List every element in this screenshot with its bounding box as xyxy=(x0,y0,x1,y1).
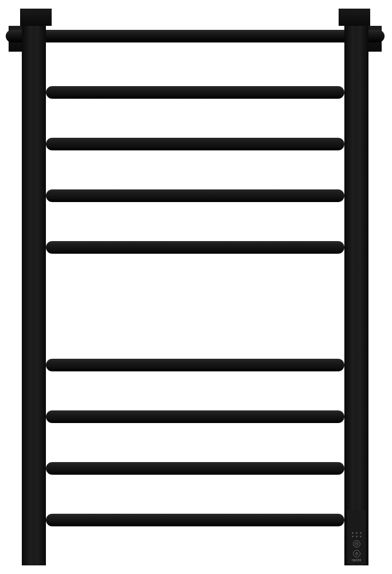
led-indicator xyxy=(352,536,354,537)
top-rail-bar xyxy=(6,30,385,42)
vertical-post-left xyxy=(22,26,46,565)
rail-bar xyxy=(46,514,344,526)
mount-top-left xyxy=(20,9,52,26)
power-icon xyxy=(355,552,359,556)
vertical-post-right xyxy=(344,26,368,565)
heated-towel-rail: ON/OFF xyxy=(6,9,385,565)
led-indicator xyxy=(360,536,362,537)
onoff-label: ON/OFF xyxy=(352,559,362,562)
led-indicator xyxy=(352,532,354,534)
timer-button[interactable] xyxy=(353,540,360,548)
rail-bar xyxy=(46,189,344,202)
timer-icon xyxy=(355,542,359,546)
led-row-bottom xyxy=(352,536,362,537)
rail-bar xyxy=(46,462,344,475)
rail-bar xyxy=(46,86,344,99)
power-button[interactable] xyxy=(353,550,360,557)
led-row-top xyxy=(352,532,362,534)
rail-bar xyxy=(46,359,344,371)
mount-top-right xyxy=(339,9,370,26)
rail-bar xyxy=(46,138,344,150)
led-indicator xyxy=(360,532,362,534)
rail-bar xyxy=(46,410,344,423)
control-panel: ON/OFF xyxy=(347,510,366,564)
rail-bar xyxy=(46,241,344,254)
led-indicator xyxy=(356,532,358,534)
led-indicator xyxy=(356,536,358,537)
